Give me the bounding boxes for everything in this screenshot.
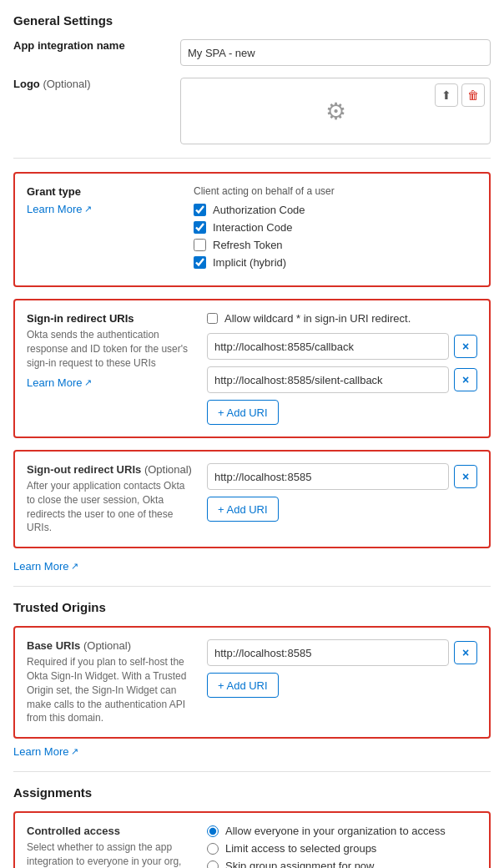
assignments-section: Assignments Controlled access Select whe…	[13, 785, 491, 868]
grant-type-subtitle: Client acting on behalf of a user	[194, 185, 477, 197]
controlled-selected-row: Limit access to selected groups	[207, 842, 477, 855]
base-uri-input[interactable]	[207, 639, 449, 666]
controlled-everyone-radio[interactable]	[207, 825, 219, 837]
controlled-access-label: Controlled access	[27, 825, 194, 837]
controlled-skip-row: Skip group assignment for now	[207, 860, 477, 868]
grant-type-interaction-code-row: Interaction Code	[194, 221, 477, 234]
refresh-token-checkbox[interactable]	[194, 239, 206, 251]
signout-add-uri-button[interactable]: + Add URI	[207, 497, 279, 522]
grant-type-implicit-row: Implicit (hybrid)	[194, 256, 477, 269]
controlled-everyone-label: Allow everyone in your organization to a…	[225, 825, 446, 837]
refresh-token-label: Refresh Token	[213, 239, 283, 251]
general-settings-title: General Settings	[13, 13, 491, 28]
implicit-hybrid-label: Implicit (hybrid)	[213, 256, 286, 269]
signout-redirect-desc: After your application contacts Okta to …	[27, 479, 194, 535]
signin-uri-2-remove-button[interactable]: ×	[454, 368, 477, 391]
external-link-icon: ↗	[84, 204, 92, 214]
signin-uri-2-row: ×	[207, 366, 477, 393]
signout-uri-input[interactable]	[207, 463, 449, 490]
signin-redirect-section: Sign-in redirect URIs Okta sends the aut…	[13, 299, 491, 438]
grant-type-auth-code-row: Authorization Code	[194, 204, 477, 216]
trusted-origins-section: Trusted Origins Base URIs (Optional) Req…	[13, 600, 491, 758]
logo-upload-button[interactable]: ⬆	[435, 83, 458, 107]
signout-learn-more[interactable]: Learn More ↗	[13, 560, 78, 573]
signin-uri-2-input[interactable]	[207, 366, 449, 393]
logo-label: Logo	[13, 78, 40, 90]
grant-type-learn-more[interactable]: Learn More ↗	[27, 203, 92, 215]
controlled-everyone-row: Allow everyone in your organization to a…	[207, 825, 477, 837]
signout-uri-remove-button[interactable]: ×	[454, 465, 477, 488]
divider-3	[13, 771, 491, 772]
signin-ext-link-icon: ↗	[84, 377, 92, 388]
signout-ext-link-icon: ↗	[71, 561, 78, 572]
assignments-title: Assignments	[13, 785, 491, 800]
signin-redirect-learn-more[interactable]: Learn More ↗	[27, 376, 92, 389]
controlled-access-section: Controlled access Select whether to assi…	[13, 811, 491, 868]
controlled-selected-label: Limit access to selected groups	[225, 842, 376, 855]
app-integration-input[interactable]	[180, 39, 491, 66]
base-uris-label: Base URIs (Optional)	[27, 639, 194, 652]
app-integration-label: App integration name	[13, 39, 125, 52]
logo-optional: (Optional)	[43, 78, 90, 90]
signout-uri-row: ×	[207, 463, 477, 490]
grant-type-section: Grant type Learn More ↗ Client acting on…	[13, 172, 491, 287]
logo-placeholder-icon: ⚙	[325, 98, 346, 125]
base-uris-optional: (Optional)	[83, 639, 131, 652]
signin-redirect-desc: Okta sends the authentication response a…	[27, 328, 194, 370]
wildcard-checkbox[interactable]	[207, 313, 218, 324]
base-uris-desc: Required if you plan to self-host the Ok…	[27, 655, 194, 725]
trusted-origins-learn-more[interactable]: Learn More ↗	[13, 745, 78, 758]
signin-uri-1-remove-button[interactable]: ×	[454, 335, 477, 358]
trusted-origins-ext-link-icon: ↗	[71, 746, 78, 757]
logo-upload-area: ⬆ 🗑 ⚙	[180, 78, 491, 144]
divider-2	[13, 586, 491, 587]
divider-1	[13, 158, 491, 159]
base-uri-row: ×	[207, 639, 477, 666]
implicit-hybrid-checkbox[interactable]	[194, 256, 206, 269]
interaction-code-label: Interaction Code	[213, 221, 292, 234]
base-uris-add-uri-button[interactable]: + Add URI	[207, 673, 279, 698]
logo-delete-button[interactable]: 🗑	[461, 83, 485, 107]
signout-optional: (Optional)	[144, 463, 192, 476]
signin-add-uri-button[interactable]: + Add URI	[207, 400, 279, 425]
signin-uri-1-input[interactable]	[207, 333, 449, 360]
trusted-origins-title: Trusted Origins	[13, 600, 491, 614]
auth-code-checkbox[interactable]	[194, 204, 206, 216]
grant-type-label: Grant type	[27, 185, 194, 198]
base-uris-section: Base URIs (Optional) Required if you pla…	[13, 626, 491, 739]
wildcard-label: Allow wildcard * in sign-in URI redirect…	[224, 312, 411, 325]
controlled-selected-radio[interactable]	[207, 843, 219, 855]
signout-redirect-section: Sign-out redirect URIs (Optional) After …	[13, 450, 491, 548]
signin-redirect-title: Sign-in redirect URIs	[27, 312, 194, 325]
interaction-code-checkbox[interactable]	[194, 221, 206, 234]
controlled-skip-radio[interactable]	[207, 860, 219, 868]
signout-redirect-title: Sign-out redirect URIs (Optional)	[27, 463, 194, 476]
controlled-skip-label: Skip group assignment for now	[225, 860, 374, 868]
wildcard-checkbox-row: Allow wildcard * in sign-in URI redirect…	[207, 312, 477, 325]
auth-code-label: Authorization Code	[213, 204, 305, 216]
signin-uri-1-row: ×	[207, 333, 477, 360]
grant-type-refresh-token-row: Refresh Token	[194, 239, 477, 251]
base-uri-remove-button[interactable]: ×	[454, 641, 477, 664]
controlled-access-desc: Select whether to assign the app integra…	[27, 840, 194, 868]
